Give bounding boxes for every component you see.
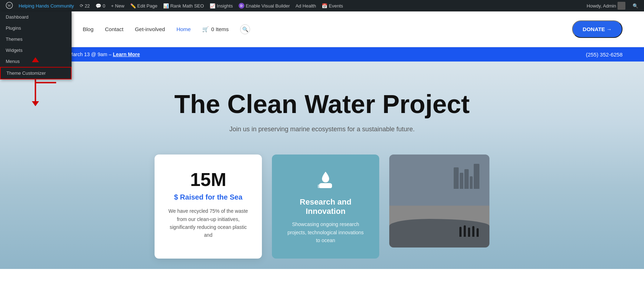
figure-2	[464, 225, 466, 237]
card-label: $ Raised for the Sea	[167, 193, 249, 201]
arrowhead-up	[32, 57, 39, 62]
search-admin-icon: 🔍	[633, 3, 638, 9]
figure-3	[468, 227, 470, 237]
insights-label: Insights	[217, 3, 233, 9]
hero-section: The Clean Water Project Join us in prese…	[0, 62, 644, 269]
card-raised: 15M $ Raised for the Sea We have recycle…	[155, 155, 262, 259]
comments-item[interactable]: 💬 0	[93, 0, 108, 11]
figure-1	[459, 227, 462, 237]
visual-builder-label: Enable Visual Builder	[246, 3, 290, 9]
events-label: Events	[329, 3, 343, 9]
card-text: We have recycled 75% of the waste from o…	[167, 207, 249, 239]
insights-item[interactable]: 📈 Insights	[207, 0, 236, 11]
announcement-phone: (255) 352-6258	[586, 52, 623, 58]
menu-item-theme-customizer[interactable]: Theme Customizer	[0, 67, 72, 79]
nav-contact[interactable]: Contact	[105, 26, 123, 32]
visual-builder-item[interactable]: D Enable Visual Builder	[236, 0, 293, 11]
svg-rect-2	[318, 185, 321, 188]
new-item[interactable]: + New	[108, 0, 127, 11]
divi-icon: D	[239, 3, 244, 9]
nav-get-involved[interactable]: Get-involved	[135, 26, 165, 32]
admin-bar-right: Howdy, Admin 🔍	[584, 0, 641, 11]
updates-item[interactable]: ⟳ 22	[77, 0, 93, 11]
building-1	[454, 167, 459, 189]
avatar	[618, 2, 625, 10]
building-3	[464, 169, 469, 189]
ad-health-label: Ad Health	[296, 3, 316, 9]
menu-item-widgets[interactable]: Widgets	[0, 45, 72, 56]
arrow-vertical-2	[35, 83, 36, 103]
arrow-horizontal	[35, 82, 56, 83]
figure-5	[477, 228, 479, 237]
nav-cart[interactable]: 🛒 0 Items	[202, 26, 229, 33]
building-2	[460, 173, 463, 189]
menu-item-themes[interactable]: Themes	[0, 34, 72, 45]
menu-item-dashboard[interactable]: Dashboard	[0, 11, 72, 23]
edit-icon: ✏️	[130, 3, 136, 9]
howdy-item[interactable]: Howdy, Admin	[584, 0, 628, 11]
search-button[interactable]: 🔍	[240, 24, 250, 34]
wp-logo-item[interactable]: W	[3, 0, 16, 11]
card-teal-icon-wrapper	[285, 169, 366, 192]
announcement-bar: Beach Cleanup Day: March 13 @ 9am – Lear…	[0, 47, 644, 62]
site-name-item[interactable]: Helping Hands Community	[16, 0, 77, 11]
edit-page-label: Edit Page	[137, 3, 157, 9]
rank-math-item[interactable]: 📊 Rank Math SEO	[160, 0, 207, 11]
site-header: D About Blog Contact Get-involved Home 🛒…	[0, 11, 644, 47]
rank-math-label: Rank Math SEO	[170, 3, 204, 9]
card-number: 15M	[167, 169, 249, 190]
search-admin-item[interactable]: 🔍	[630, 0, 641, 11]
edit-page-item[interactable]: ✏️ Edit Page	[127, 0, 160, 11]
donate-label: DONATE →	[583, 26, 612, 32]
water-hand-icon	[315, 169, 336, 190]
arrowhead-down	[32, 101, 39, 106]
svg-text:W: W	[8, 4, 11, 8]
card-teal-text: Showcasing ongoing research projects, te…	[285, 220, 366, 244]
site-nav: About Blog Contact Get-involved Home 🛒 0…	[57, 24, 572, 34]
cart-icon: 🛒	[202, 26, 209, 33]
comments-icon: 💬	[96, 3, 101, 9]
events-icon: 📅	[322, 3, 327, 9]
insights-icon: 📈	[210, 3, 215, 9]
ad-health-item[interactable]: Ad Health	[293, 0, 319, 11]
figure-4	[472, 226, 474, 237]
card-research: Research and Innovation Showcasing ongoi…	[272, 155, 379, 259]
nav-blog[interactable]: Blog	[83, 26, 93, 32]
cart-count: 0 Items	[211, 26, 229, 32]
nav-home[interactable]: Home	[176, 26, 191, 32]
donate-button[interactable]: DONATE →	[572, 20, 623, 38]
howdy-label: Howdy, Admin	[587, 3, 616, 9]
announcement-link[interactable]: Learn More	[113, 52, 140, 57]
hero-subtitle: Join us in preserving marine ecosystems …	[0, 126, 644, 133]
rank-math-icon: 📊	[163, 3, 169, 9]
menu-item-plugins[interactable]: Plugins	[0, 23, 72, 34]
search-icon: 🔍	[242, 26, 248, 32]
admin-bar: W Helping Hands Community ⟳ 22 💬 0 + New…	[0, 0, 644, 11]
updates-icon: ⟳	[80, 3, 83, 8]
wp-logo-icon: W	[6, 2, 13, 10]
events-item[interactable]: 📅 Events	[319, 0, 346, 11]
silhouette-figures	[459, 225, 479, 237]
card-teal-title: Research and Innovation	[285, 197, 366, 216]
card-photo	[389, 155, 489, 247]
dropdown-menu: Dashboard Plugins Themes Widgets Menus T…	[0, 11, 72, 79]
building-5	[474, 164, 479, 189]
comments-count: 0	[103, 3, 105, 9]
building-4	[470, 176, 473, 189]
new-label: + New	[111, 3, 124, 9]
updates-count: 22	[85, 3, 90, 9]
hero-title: The Clean Water Project	[0, 90, 644, 118]
site-name-label: Helping Hands Community	[19, 3, 74, 9]
buildings	[454, 164, 479, 189]
cards-section: 15M $ Raised for the Sea We have recycle…	[0, 155, 644, 259]
